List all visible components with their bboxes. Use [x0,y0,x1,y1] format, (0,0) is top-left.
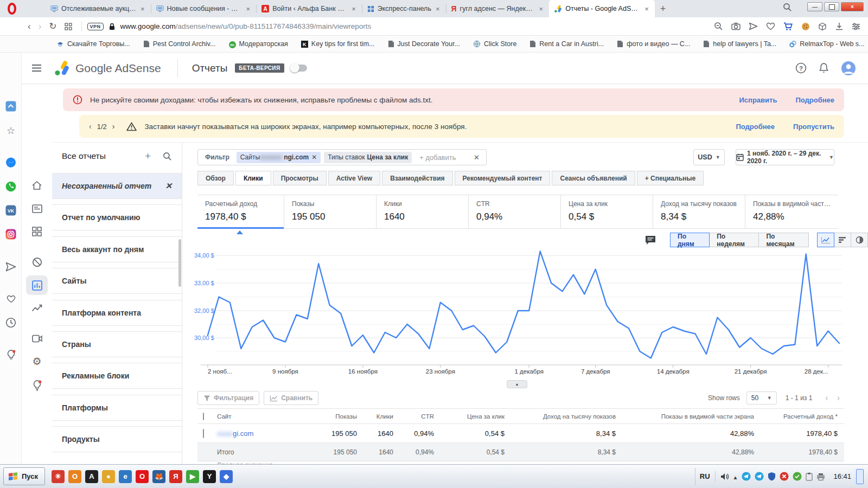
sidebar-report-item[interactable]: Несохраненный отчет✕ [52,173,182,199]
bookmark-item[interactable]: Rent a Car in Austri... [529,40,604,48]
bulb-icon[interactable] [5,349,17,361]
adsense-logo-icon[interactable] [54,60,70,76]
send-icon[interactable] [749,22,758,30]
cookie-icon[interactable] [801,22,810,31]
settings-gear-icon[interactable]: ⚙ [31,355,43,367]
optimization-trend-icon[interactable] [31,302,43,314]
blocking-icon[interactable] [31,256,43,268]
sidebar-report-item[interactable]: Рекламные блоки [52,363,182,389]
dismiss-link[interactable]: Пропустить [793,123,834,131]
camera-icon[interactable] [731,22,741,30]
report-tab[interactable]: + Специальные [637,171,704,185]
quick-launch-icon[interactable]: ● [102,470,115,483]
error-tray-icon[interactable] [780,472,789,481]
vk-icon[interactable]: VK [5,204,17,216]
learn-more-link[interactable]: Подробнее [736,123,775,131]
report-tab[interactable]: Active View [328,171,380,185]
window-restore-button[interactable] [824,2,839,11]
messenger-icon[interactable] [5,157,17,169]
bookmark-item[interactable]: Just Decorate Your... [388,40,460,48]
reports-chart-icon[interactable] [31,279,43,291]
vpn-badge[interactable]: VPN [87,23,104,30]
metric-card[interactable]: Показы195 050 [284,195,376,228]
history-clock-icon[interactable] [5,317,17,329]
avatar[interactable] [841,61,856,76]
zoom-out-icon[interactable] [714,22,723,31]
sidebar-report-item[interactable]: Весь аккаунт по дням [52,236,182,262]
bookmarks-star-icon[interactable]: ☆ [5,125,17,137]
fix-link[interactable]: Исправить [739,96,777,104]
table-row[interactable]: ооооgi.com195 05016400,94%0,54 $8,34 $42… [197,424,844,443]
tune-icon[interactable] [852,22,860,31]
sidebar-report-item[interactable]: Сайты [52,268,182,294]
browser-tab[interactable]: Отслеживаемые аукционы× [46,0,151,17]
sidebar-report-item[interactable]: Страны [52,331,182,357]
banner-next-button[interactable]: › [112,122,115,131]
metric-card[interactable]: Клики1640 [376,195,469,228]
browser-tab[interactable]: Ягугл адсенс — Яндекс: нач× [446,0,550,17]
whatsapp-icon[interactable] [5,181,17,192]
add-report-button[interactable]: + [145,150,151,162]
select-all-checkbox[interactable] [203,413,204,420]
tab-close-icon[interactable]: × [435,5,441,13]
bookmark-item[interactable]: фото и видео — C... [617,40,690,48]
tab-close-icon[interactable]: × [139,5,146,13]
column-header[interactable]: Цена за клик [441,413,511,420]
report-tab[interactable]: Рекомендуемый контент [455,171,551,185]
report-tab[interactable]: Сеансы объявлений [552,171,635,185]
filter-bar[interactable]: Фильтр Сайты ооооооngi.com✕Типы ставок Ц… [197,149,487,165]
pie-chart-icon[interactable] [851,233,868,247]
tab-close-icon[interactable]: × [643,5,650,13]
column-header[interactable]: Доход на тысячу показов [511,413,622,420]
sidebar-report-item[interactable]: Отчет по умолчанию [52,204,182,230]
home-icon[interactable] [31,179,43,191]
reload-button[interactable]: ↻ [45,21,60,32]
cart-icon[interactable] [783,22,793,31]
tab-close-icon[interactable]: × [538,5,545,13]
search-reports-icon[interactable] [163,152,172,161]
line-chart-icon[interactable] [817,233,834,247]
granularity-button[interactable]: По неделям [709,233,759,247]
sidebar-report-item[interactable]: Продукты [52,426,182,452]
feedback-bulb-icon[interactable] [31,380,43,391]
tab-search-button[interactable] [783,3,792,12]
quick-launch-icon[interactable]: Y [203,470,216,483]
column-header[interactable]: Показы [309,413,363,420]
granularity-button[interactable]: По месяцам [758,233,809,247]
quick-launch-icon[interactable]: O [68,470,81,483]
hamburger-menu-icon[interactable] [31,64,42,72]
table-filter-button[interactable]: Фильтрация [197,391,259,405]
annotations-button[interactable] [644,235,656,246]
clock[interactable]: 16:41 [833,472,851,480]
quick-launch-icon[interactable]: Я [169,470,182,483]
browser-tab[interactable]: Новые сообщения - Бирж× [151,0,257,17]
bar-chart-icon[interactable] [834,233,851,247]
instagram-icon[interactable] [5,228,17,240]
bookmark-item[interactable]: help of lawyers | Ta... [703,40,776,48]
new-tab-button[interactable]: + [655,3,672,15]
column-header[interactable]: Клики [363,413,400,420]
cube-icon[interactable] [818,22,827,31]
metric-card[interactable]: Показы в видимой части ...42,88% [745,195,838,228]
quick-launch-icon[interactable]: 🦊 [152,470,165,483]
browser-tab[interactable]: Отчеты - Google AdSense× [549,0,655,17]
heart-icon[interactable] [766,22,775,30]
telegram-tray-icon[interactable] [742,472,751,481]
forward-button[interactable]: › [35,21,46,32]
keyboard-language[interactable]: RU [700,472,710,480]
clipboard-icon[interactable] [806,472,813,481]
column-header[interactable]: CTR [400,413,441,420]
filter-clear-button[interactable]: ✕ [474,153,480,162]
metric-card[interactable]: CTR0,94% [469,195,561,228]
report-tab[interactable]: Взаимодействия [382,171,452,185]
collapse-chart-button[interactable]: ▲ [507,380,527,388]
beta-toggle[interactable] [291,65,307,72]
window-minimize-button[interactable]: — [807,2,822,11]
arrow-up-icon[interactable]: ▲ [733,472,738,481]
telegram-icon[interactable] [5,261,17,273]
sidebar-report-item[interactable]: Платформы [52,395,182,421]
quick-launch-icon[interactable]: ▶ [186,470,199,483]
revenue-line-chart[interactable]: 34,00 $33,00 $32,00 $30,00 $2 нояб...9 н… [193,247,844,375]
date-range-select[interactable]: 1 нояб. 2020 г. – 29 дек. 2020 г.▼ [736,149,834,165]
close-report-icon[interactable]: ✕ [165,181,172,191]
